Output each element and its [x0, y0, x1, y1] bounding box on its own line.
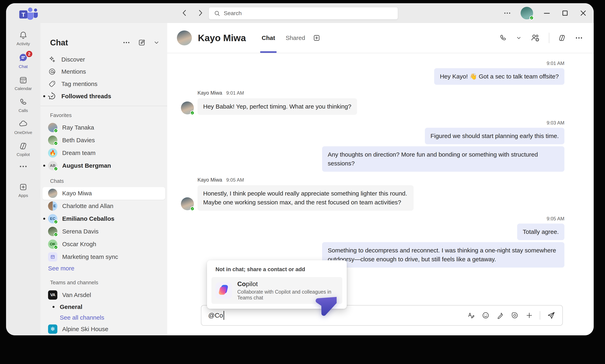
chat-name: Kayo Miwa — [62, 190, 92, 197]
message-group-sent: 9:03 AM Figured we should start planning… — [181, 120, 565, 172]
avatar — [48, 123, 57, 132]
message-bubble-sent[interactable]: Totally agree. — [517, 223, 565, 240]
presence-available-badge — [54, 129, 58, 133]
rail-label: Apps — [18, 193, 28, 198]
message-author: Kayo Miwa — [198, 90, 222, 96]
rail-item-chat[interactable]: 2 Chat — [8, 50, 38, 71]
maximize-button[interactable] — [561, 9, 569, 18]
presence-available-badge — [529, 16, 534, 20]
see-more-link[interactable]: See more — [40, 263, 167, 273]
chat-name: Oscar Krogh — [62, 241, 96, 247]
message-bubble-sent[interactable]: Hey Kayo! 👋 Got a sec to talk team offsi… — [434, 68, 565, 85]
chevron-down-icon[interactable] — [153, 39, 160, 47]
avatar: EC — [48, 214, 57, 223]
user-avatar[interactable] — [521, 7, 533, 19]
message-bubble-received[interactable]: Honestly, I think people would really ap… — [198, 185, 414, 211]
chat-list-item-dream-team[interactable]: 🔥 Dream team — [40, 146, 167, 159]
close-button[interactable] — [579, 9, 588, 18]
rail-label: OneDrive — [14, 130, 32, 135]
format-icon[interactable] — [467, 311, 475, 319]
add-people-icon[interactable] — [530, 33, 540, 43]
tab-shared[interactable]: Shared — [280, 23, 310, 53]
message-timestamp: 9:05 AM — [547, 216, 565, 221]
copilot-header-icon[interactable] — [558, 34, 566, 42]
rail-item-more[interactable] — [8, 161, 38, 172]
copilot-color-logo-icon — [215, 282, 232, 299]
conversation-pane: Kayo Miwa Chat Shared — [167, 23, 594, 335]
chat-list-item-august-bergman[interactable]: AB August Bergman — [40, 159, 167, 172]
divider — [549, 33, 549, 43]
see-all-channels-link[interactable]: See all channels — [40, 312, 167, 323]
titlebar-more-icon[interactable] — [503, 9, 511, 17]
chat-name: Emiliano Ceballos — [62, 215, 114, 222]
conversation-avatar[interactable] — [177, 30, 192, 45]
conversation-tabs: Chat Shared — [256, 23, 321, 53]
chat-list-item-charlotte-and-allan[interactable]: E Charlotte and Allan — [40, 200, 167, 212]
rail-label: Calls — [19, 108, 28, 113]
chat-list-item-beth-davies[interactable]: Beth Davies — [40, 134, 167, 146]
message-avatar[interactable] — [181, 102, 194, 114]
chat-list-item-kayo-miwa[interactable]: Kayo Miwa — [42, 187, 165, 200]
chat-name: August Bergman — [62, 162, 111, 169]
chat-name: Ray Tanaka — [62, 124, 94, 131]
minimize-button[interactable] — [542, 9, 551, 18]
chat-list-item-emiliano-ceballos[interactable]: EC Emiliano Ceballos — [40, 212, 167, 225]
team-item-alpine-ski-house[interactable]: ❄ Alpine Ski House — [40, 323, 167, 335]
chat-list-item-ray-tanaka[interactable]: Ray Tanaka — [40, 121, 167, 134]
popup-header: Not in chat; share a contact or add — [211, 266, 342, 277]
chats-section-label: Chats — [40, 172, 167, 187]
chat-name: Charlotte and Allan — [62, 203, 113, 209]
message-timestamp: 9:03 AM — [547, 120, 565, 126]
search-input[interactable]: Search — [209, 7, 398, 20]
message-bubble-sent[interactable]: Any thoughts on direction? More fun and … — [322, 146, 565, 172]
rail-item-calendar[interactable]: Calendar — [8, 73, 38, 93]
emoji-icon[interactable] — [482, 311, 490, 319]
message-group-received: Kayo Miwa 9:01 AM Hey Babak! Yep, perfec… — [181, 90, 565, 115]
compose-value: @Co — [208, 312, 223, 319]
attach-plus-icon[interactable] — [525, 311, 533, 319]
chat-name: Marketing team sync — [62, 253, 118, 260]
chat-list-item-marketing-team-sync[interactable]: Marketing team sync — [40, 250, 167, 263]
back-button[interactable] — [180, 9, 189, 17]
chat-list-item-oscar-krogh[interactable]: OK Oscar Krogh — [40, 238, 167, 250]
cloud-icon — [18, 119, 28, 129]
message-bubble-sent[interactable]: Something to decompress and reconnect. I… — [322, 242, 565, 268]
call-options-chevron-icon[interactable] — [516, 35, 522, 41]
at-mention-icon — [48, 68, 56, 76]
chat-list-pane: Chat Discover Mentio — [40, 23, 167, 335]
message-bubble-received[interactable]: Hey Babak! Yep, perfect timing. What are… — [198, 98, 357, 115]
svg-text:T: T — [22, 11, 25, 18]
message-avatar[interactable] — [181, 197, 194, 210]
rail-item-calls[interactable]: Calls — [8, 95, 38, 116]
rail-item-onedrive[interactable]: OneDrive — [8, 117, 38, 137]
chat-list-item-serena-davis[interactable]: Serena Davis — [40, 225, 167, 238]
conversation-more-icon[interactable] — [575, 36, 583, 40]
fire-emoji-icon: 🔥 — [50, 150, 56, 156]
sidebar-item-followed-threads[interactable]: Followed threads — [40, 90, 167, 103]
team-item-van-arsdel[interactable]: VA Van Arsdel — [40, 288, 167, 301]
rail-item-activity[interactable]: Activity — [8, 28, 38, 49]
forward-button[interactable] — [196, 9, 205, 17]
sidebar-item-mentions[interactable]: Mentions — [40, 65, 167, 78]
sidebar-item-tag-mentions[interactable]: Tag mentions — [40, 78, 167, 90]
rewrite-magic-pen-icon[interactable] — [496, 311, 504, 319]
add-tab-icon[interactable] — [312, 34, 321, 42]
rail-item-copilot[interactable]: Copilot — [8, 139, 38, 159]
filter-more-icon[interactable] — [122, 41, 131, 44]
pane-title: Chat — [50, 38, 122, 47]
send-icon[interactable] — [547, 311, 555, 320]
message-author: Kayo Miwa — [198, 177, 222, 183]
message-bubble-sent[interactable]: Figured we should start planning early t… — [425, 128, 565, 144]
rail-item-apps[interactable]: Apps — [8, 180, 38, 200]
new-chat-icon[interactable] — [138, 39, 146, 47]
unread-dot — [43, 218, 45, 220]
call-icon[interactable] — [499, 34, 507, 42]
loop-icon[interactable] — [511, 311, 519, 319]
team-name: Alpine Ski House — [62, 326, 108, 333]
teams-window: T Search — [6, 3, 594, 335]
tab-chat[interactable]: Chat — [256, 23, 281, 53]
presence-available-badge — [190, 111, 194, 115]
message-timestamp: 9:01 AM — [547, 61, 565, 66]
channel-item-general[interactable]: General — [40, 301, 167, 312]
sidebar-item-discover[interactable]: Discover — [40, 53, 167, 65]
